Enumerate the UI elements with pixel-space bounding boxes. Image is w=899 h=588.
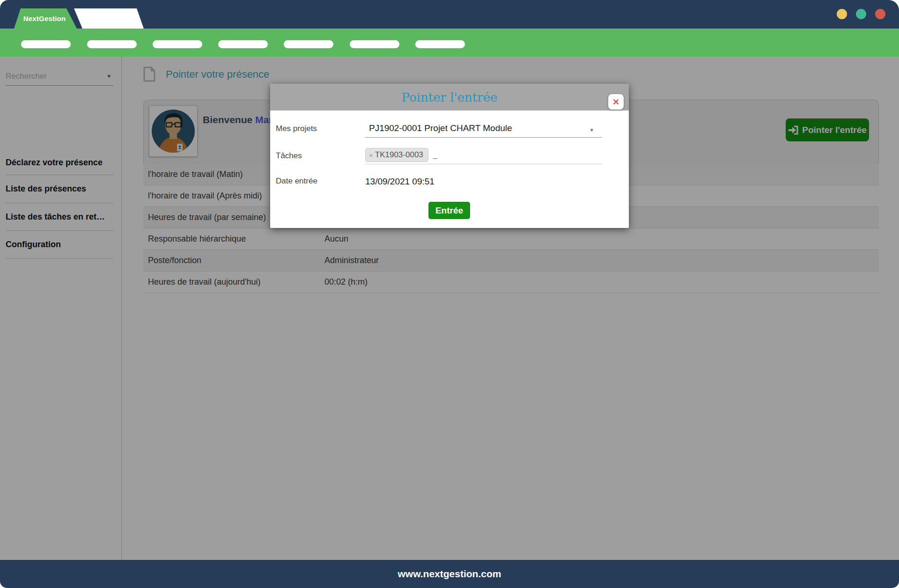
nav-pill[interactable] <box>153 40 202 48</box>
modal-header: Pointer l'entrée ✕ <box>270 84 629 110</box>
remove-tag-icon[interactable]: × <box>369 151 373 159</box>
task-tag-label: TK1903-0003 <box>375 150 423 160</box>
nav-pill[interactable] <box>415 40 465 48</box>
projects-selected-value: PJ1902-0001 Projet CHART Module <box>365 123 512 133</box>
main-nav-bar <box>0 29 899 57</box>
date-label: Date entrée <box>276 176 317 186</box>
modal-title: Pointer l'entrée <box>402 90 498 104</box>
projects-select[interactable]: PJ1902-0001 Projet CHART Module ▾ <box>365 119 602 138</box>
footer: www.nextgestion.com <box>0 560 899 588</box>
tasks-input[interactable]: × TK1903-0003 _ <box>365 146 602 164</box>
nav-pill[interactable] <box>350 40 399 48</box>
window-dot-teal-icon[interactable] <box>856 9 866 19</box>
window-dot-red-icon[interactable] <box>875 9 885 19</box>
close-button[interactable]: ✕ <box>608 94 624 110</box>
close-icon: ✕ <box>612 97 619 107</box>
text-cursor: _ <box>433 150 437 160</box>
brand-logo-text: NextGestion <box>23 15 66 22</box>
nav-pill[interactable] <box>218 40 268 48</box>
projects-label: Mes projets <box>276 124 317 133</box>
brand-tab[interactable]: NextGestion <box>11 8 78 29</box>
window-dot-yellow-icon[interactable] <box>837 9 847 19</box>
footer-url: www.nextgestion.com <box>398 568 501 580</box>
chevron-down-icon: ▾ <box>590 126 593 133</box>
clock-in-modal: Pointer l'entrée ✕ Mes projets PJ1902-00… <box>270 84 629 228</box>
window-dots <box>837 9 885 19</box>
tasks-label: Tâches <box>276 151 302 161</box>
app-window: NextGestion Rechercher ▾ Déclarez votre … <box>0 0 899 588</box>
nav-pill[interactable] <box>87 40 137 48</box>
nav-pill[interactable] <box>21 40 71 48</box>
submit-entry-button[interactable]: Entrée <box>428 202 470 219</box>
nav-pill[interactable] <box>284 40 333 48</box>
date-value: 13/09/2021 09:51 <box>365 176 435 187</box>
top-navbar: NextGestion <box>0 0 899 29</box>
task-tag: × TK1903-0003 <box>365 148 428 162</box>
secondary-tab[interactable] <box>74 8 144 29</box>
